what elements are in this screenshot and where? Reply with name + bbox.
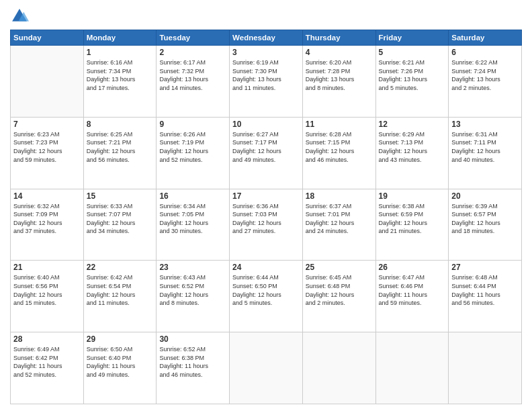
day-info: Sunrise: 6:34 AM Sunset: 7:05 PM Dayligh…	[159, 202, 226, 236]
header	[10, 7, 522, 26]
day-cell: 14Sunrise: 6:32 AM Sunset: 7:09 PM Dayli…	[11, 189, 84, 261]
week-row-4: 21Sunrise: 6:40 AM Sunset: 6:56 PM Dayli…	[11, 261, 522, 332]
day-number: 19	[379, 191, 446, 201]
day-cell: 4Sunrise: 6:20 AM Sunset: 7:28 PM Daylig…	[302, 46, 375, 118]
week-row-5: 28Sunrise: 6:49 AM Sunset: 6:42 PM Dayli…	[11, 332, 522, 404]
day-cell: 22Sunrise: 6:42 AM Sunset: 6:54 PM Dayli…	[83, 261, 157, 332]
day-number: 2	[159, 48, 226, 57]
day-info: Sunrise: 6:38 AM Sunset: 6:59 PM Dayligh…	[379, 202, 446, 236]
day-info: Sunrise: 6:39 AM Sunset: 6:57 PM Dayligh…	[451, 202, 519, 236]
day-info: Sunrise: 6:48 AM Sunset: 6:44 PM Dayligh…	[451, 273, 519, 307]
day-cell: 21Sunrise: 6:40 AM Sunset: 6:56 PM Dayli…	[11, 261, 84, 332]
day-cell: 3Sunrise: 6:19 AM Sunset: 7:30 PM Daylig…	[230, 46, 303, 118]
day-info: Sunrise: 6:23 AM Sunset: 7:23 PM Dayligh…	[13, 130, 81, 164]
day-cell	[11, 46, 84, 118]
day-number: 5	[379, 48, 446, 57]
day-info: Sunrise: 6:36 AM Sunset: 7:03 PM Dayligh…	[232, 202, 300, 236]
day-cell: 24Sunrise: 6:44 AM Sunset: 6:50 PM Dayli…	[230, 261, 303, 332]
day-cell: 10Sunrise: 6:27 AM Sunset: 7:17 PM Dayli…	[230, 117, 303, 189]
day-number: 18	[306, 191, 373, 201]
day-info: Sunrise: 6:50 AM Sunset: 6:40 PM Dayligh…	[87, 345, 154, 379]
day-cell: 16Sunrise: 6:34 AM Sunset: 7:05 PM Dayli…	[157, 189, 230, 261]
day-number: 24	[232, 263, 300, 272]
day-info: Sunrise: 6:37 AM Sunset: 7:01 PM Dayligh…	[306, 202, 373, 236]
day-cell: 7Sunrise: 6:23 AM Sunset: 7:23 PM Daylig…	[11, 117, 84, 189]
day-number: 12	[379, 120, 446, 129]
day-number: 7	[13, 120, 81, 129]
weekday-header-thursday: Thursday	[302, 30, 375, 46]
day-number: 6	[451, 48, 519, 57]
day-info: Sunrise: 6:27 AM Sunset: 7:17 PM Dayligh…	[232, 130, 300, 164]
day-cell: 23Sunrise: 6:43 AM Sunset: 6:52 PM Dayli…	[157, 261, 230, 332]
day-cell	[449, 332, 522, 404]
day-number: 4	[306, 48, 373, 57]
day-cell: 5Sunrise: 6:21 AM Sunset: 7:26 PM Daylig…	[375, 46, 449, 118]
day-info: Sunrise: 6:31 AM Sunset: 7:11 PM Dayligh…	[451, 130, 519, 164]
day-cell: 11Sunrise: 6:28 AM Sunset: 7:15 PM Dayli…	[302, 117, 375, 189]
day-number: 1	[87, 48, 154, 57]
day-info: Sunrise: 6:29 AM Sunset: 7:13 PM Dayligh…	[379, 130, 446, 164]
day-number: 23	[159, 263, 226, 272]
day-info: Sunrise: 6:33 AM Sunset: 7:07 PM Dayligh…	[87, 202, 154, 236]
day-number: 15	[87, 191, 154, 201]
day-info: Sunrise: 6:16 AM Sunset: 7:34 PM Dayligh…	[87, 58, 154, 92]
day-number: 22	[87, 263, 154, 272]
day-number: 9	[159, 120, 226, 129]
weekday-header-tuesday: Tuesday	[157, 30, 230, 46]
day-cell: 12Sunrise: 6:29 AM Sunset: 7:13 PM Dayli…	[375, 117, 449, 189]
weekday-header-row: SundayMondayTuesdayWednesdayThursdayFrid…	[11, 30, 522, 46]
day-info: Sunrise: 6:44 AM Sunset: 6:50 PM Dayligh…	[232, 273, 300, 307]
day-cell: 1Sunrise: 6:16 AM Sunset: 7:34 PM Daylig…	[83, 46, 157, 118]
day-info: Sunrise: 6:47 AM Sunset: 6:46 PM Dayligh…	[379, 273, 446, 307]
week-row-3: 14Sunrise: 6:32 AM Sunset: 7:09 PM Dayli…	[11, 189, 522, 261]
day-info: Sunrise: 6:32 AM Sunset: 7:09 PM Dayligh…	[13, 202, 81, 236]
page: SundayMondayTuesdayWednesdayThursdayFrid…	[0, 0, 532, 411]
day-cell: 20Sunrise: 6:39 AM Sunset: 6:57 PM Dayli…	[449, 189, 522, 261]
weekday-header-sunday: Sunday	[11, 30, 84, 46]
day-info: Sunrise: 6:25 AM Sunset: 7:21 PM Dayligh…	[87, 130, 154, 164]
day-info: Sunrise: 6:22 AM Sunset: 7:24 PM Dayligh…	[451, 58, 519, 92]
day-cell: 8Sunrise: 6:25 AM Sunset: 7:21 PM Daylig…	[83, 117, 157, 189]
day-info: Sunrise: 6:21 AM Sunset: 7:26 PM Dayligh…	[379, 58, 446, 92]
day-number: 28	[13, 334, 81, 344]
day-number: 30	[159, 334, 226, 344]
day-cell: 25Sunrise: 6:45 AM Sunset: 6:48 PM Dayli…	[302, 261, 375, 332]
day-cell	[375, 332, 449, 404]
day-number: 26	[379, 263, 446, 272]
day-number: 21	[13, 263, 81, 272]
weekday-header-monday: Monday	[83, 30, 157, 46]
calendar: SundayMondayTuesdayWednesdayThursdayFrid…	[10, 30, 522, 404]
day-number: 16	[159, 191, 226, 201]
day-cell: 9Sunrise: 6:26 AM Sunset: 7:19 PM Daylig…	[157, 117, 230, 189]
day-info: Sunrise: 6:52 AM Sunset: 6:38 PM Dayligh…	[159, 345, 226, 379]
day-number: 11	[306, 120, 373, 129]
day-number: 14	[13, 191, 81, 201]
day-info: Sunrise: 6:42 AM Sunset: 6:54 PM Dayligh…	[87, 273, 154, 307]
weekday-header-wednesday: Wednesday	[230, 30, 303, 46]
day-number: 27	[451, 263, 519, 272]
day-info: Sunrise: 6:43 AM Sunset: 6:52 PM Dayligh…	[159, 273, 226, 307]
day-cell: 19Sunrise: 6:38 AM Sunset: 6:59 PM Dayli…	[375, 189, 449, 261]
day-info: Sunrise: 6:19 AM Sunset: 7:30 PM Dayligh…	[232, 58, 300, 92]
day-cell: 15Sunrise: 6:33 AM Sunset: 7:07 PM Dayli…	[83, 189, 157, 261]
day-number: 20	[451, 191, 519, 201]
day-info: Sunrise: 6:20 AM Sunset: 7:28 PM Dayligh…	[306, 58, 373, 92]
day-cell: 17Sunrise: 6:36 AM Sunset: 7:03 PM Dayli…	[230, 189, 303, 261]
day-cell: 6Sunrise: 6:22 AM Sunset: 7:24 PM Daylig…	[449, 46, 522, 118]
day-cell: 29Sunrise: 6:50 AM Sunset: 6:40 PM Dayli…	[83, 332, 157, 404]
day-number: 17	[232, 191, 300, 201]
day-cell: 2Sunrise: 6:17 AM Sunset: 7:32 PM Daylig…	[157, 46, 230, 118]
day-number: 10	[232, 120, 300, 129]
weekday-header-friday: Friday	[375, 30, 449, 46]
day-cell	[230, 332, 303, 404]
logo-icon	[10, 7, 29, 26]
day-number: 8	[87, 120, 154, 129]
day-info: Sunrise: 6:45 AM Sunset: 6:48 PM Dayligh…	[306, 273, 373, 307]
weekday-header-saturday: Saturday	[449, 30, 522, 46]
day-number: 29	[87, 334, 154, 344]
logo	[10, 7, 32, 26]
day-info: Sunrise: 6:26 AM Sunset: 7:19 PM Dayligh…	[159, 130, 226, 164]
day-info: Sunrise: 6:49 AM Sunset: 6:42 PM Dayligh…	[13, 345, 81, 379]
day-info: Sunrise: 6:17 AM Sunset: 7:32 PM Dayligh…	[159, 58, 226, 92]
day-number: 25	[306, 263, 373, 272]
